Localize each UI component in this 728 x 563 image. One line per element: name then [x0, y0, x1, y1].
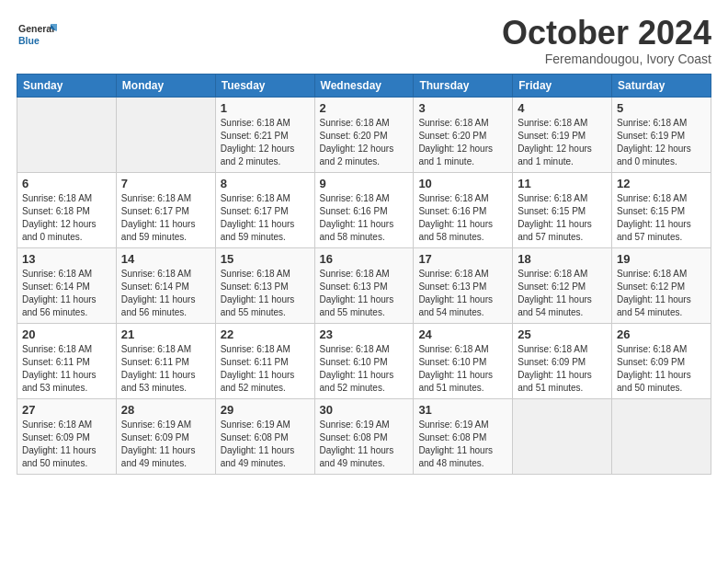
calendar-cell-1-5: 11Sunrise: 6:18 AMSunset: 6:15 PMDayligh…	[513, 172, 612, 247]
day-number: 14	[121, 252, 210, 266]
day-number: 19	[617, 252, 706, 266]
day-number: 8	[221, 177, 310, 190]
col-thursday: Thursday	[414, 74, 513, 97]
month-title: October 2024	[502, 15, 711, 52]
calendar-cell-0-3: 2Sunrise: 6:18 AMSunset: 6:20 PMDaylight…	[314, 97, 414, 172]
calendar-row-1: 6Sunrise: 6:18 AMSunset: 6:18 PMDaylight…	[17, 172, 711, 247]
calendar-row-4: 27Sunrise: 6:18 AMSunset: 6:09 PMDayligh…	[17, 398, 711, 474]
day-number: 17	[418, 252, 507, 266]
calendar-cell-4-2: 29Sunrise: 6:19 AMSunset: 6:08 PMDayligh…	[215, 398, 314, 474]
day-number: 23	[320, 327, 409, 341]
day-number: 5	[617, 101, 706, 115]
calendar-cell-3-1: 21Sunrise: 6:18 AMSunset: 6:11 PMDayligh…	[116, 323, 215, 398]
day-info: Sunrise: 6:18 AMSunset: 6:13 PMDaylight:…	[221, 268, 310, 319]
day-info: Sunrise: 6:18 AMSunset: 6:12 PMDaylight:…	[518, 268, 607, 319]
day-number: 25	[518, 327, 607, 341]
day-number: 18	[518, 252, 607, 266]
day-info: Sunrise: 6:18 AMSunset: 6:14 PMDaylight:…	[121, 268, 210, 319]
day-number: 3	[418, 101, 507, 115]
calendar-cell-0-1	[116, 97, 215, 172]
day-number: 11	[518, 177, 607, 190]
calendar-row-0: 1Sunrise: 6:18 AMSunset: 6:21 PMDaylight…	[17, 97, 711, 172]
svg-text:Blue: Blue	[18, 35, 40, 46]
subtitle: Feremandougou, Ivory Coast	[502, 52, 711, 66]
title-section: October 2024 Feremandougou, Ivory Coast	[502, 15, 711, 66]
day-number: 9	[320, 177, 409, 190]
day-number: 4	[518, 101, 607, 115]
calendar-cell-1-4: 10Sunrise: 6:18 AMSunset: 6:16 PMDayligh…	[414, 172, 513, 247]
calendar-cell-0-0	[17, 97, 117, 172]
calendar-cell-2-0: 13Sunrise: 6:18 AMSunset: 6:14 PMDayligh…	[17, 247, 117, 323]
day-info: Sunrise: 6:18 AMSunset: 6:12 PMDaylight:…	[617, 268, 706, 319]
day-info: Sunrise: 6:18 AMSunset: 6:15 PMDaylight:…	[617, 192, 706, 244]
day-info: Sunrise: 6:18 AMSunset: 6:16 PMDaylight:…	[418, 192, 507, 244]
day-info: Sunrise: 6:18 AMSunset: 6:19 PMDaylight:…	[518, 117, 607, 168]
day-info: Sunrise: 6:19 AMSunset: 6:08 PMDaylight:…	[418, 419, 507, 470]
day-info: Sunrise: 6:18 AMSunset: 6:15 PMDaylight:…	[518, 192, 607, 244]
calendar-cell-2-3: 16Sunrise: 6:18 AMSunset: 6:13 PMDayligh…	[314, 247, 414, 323]
day-number: 13	[22, 252, 111, 266]
calendar-cell-0-5: 4Sunrise: 6:18 AMSunset: 6:19 PMDaylight…	[513, 97, 612, 172]
day-number: 22	[221, 327, 310, 341]
calendar-header-row: Sunday Monday Tuesday Wednesday Thursday…	[17, 74, 711, 97]
col-sunday: Sunday	[17, 74, 117, 97]
calendar-cell-0-2: 1Sunrise: 6:18 AMSunset: 6:21 PMDaylight…	[215, 97, 314, 172]
calendar-cell-2-6: 19Sunrise: 6:18 AMSunset: 6:12 PMDayligh…	[612, 247, 711, 323]
calendar-row-3: 20Sunrise: 6:18 AMSunset: 6:11 PMDayligh…	[17, 323, 711, 398]
day-info: Sunrise: 6:18 AMSunset: 6:10 PMDaylight:…	[418, 343, 507, 395]
day-info: Sunrise: 6:18 AMSunset: 6:10 PMDaylight:…	[320, 343, 409, 395]
calendar-cell-0-6: 5Sunrise: 6:18 AMSunset: 6:19 PMDaylight…	[612, 97, 711, 172]
day-info: Sunrise: 6:18 AMSunset: 6:13 PMDaylight:…	[418, 268, 507, 319]
calendar-cell-1-0: 6Sunrise: 6:18 AMSunset: 6:18 PMDaylight…	[17, 172, 117, 247]
calendar-cell-2-1: 14Sunrise: 6:18 AMSunset: 6:14 PMDayligh…	[116, 247, 215, 323]
calendar-cell-2-5: 18Sunrise: 6:18 AMSunset: 6:12 PMDayligh…	[513, 247, 612, 323]
calendar-cell-4-5	[513, 398, 612, 474]
calendar-cell-3-4: 24Sunrise: 6:18 AMSunset: 6:10 PMDayligh…	[414, 323, 513, 398]
calendar-cell-0-4: 3Sunrise: 6:18 AMSunset: 6:20 PMDaylight…	[414, 97, 513, 172]
calendar-cell-3-3: 23Sunrise: 6:18 AMSunset: 6:10 PMDayligh…	[314, 323, 414, 398]
day-info: Sunrise: 6:18 AMSunset: 6:09 PMDaylight:…	[22, 419, 111, 470]
day-number: 1	[221, 101, 310, 115]
day-number: 20	[22, 327, 111, 341]
day-info: Sunrise: 6:18 AMSunset: 6:18 PMDaylight:…	[22, 192, 111, 244]
logo: General Blue	[17, 18, 57, 52]
calendar-cell-1-6: 12Sunrise: 6:18 AMSunset: 6:15 PMDayligh…	[612, 172, 711, 247]
day-number: 10	[418, 177, 507, 190]
day-info: Sunrise: 6:18 AMSunset: 6:20 PMDaylight:…	[418, 117, 507, 168]
col-tuesday: Tuesday	[215, 74, 314, 97]
calendar-cell-1-3: 9Sunrise: 6:18 AMSunset: 6:16 PMDaylight…	[314, 172, 414, 247]
calendar-cell-3-2: 22Sunrise: 6:18 AMSunset: 6:11 PMDayligh…	[215, 323, 314, 398]
day-info: Sunrise: 6:18 AMSunset: 6:16 PMDaylight:…	[320, 192, 409, 244]
col-wednesday: Wednesday	[314, 74, 414, 97]
calendar: Sunday Monday Tuesday Wednesday Thursday…	[17, 74, 711, 475]
day-number: 28	[121, 403, 210, 417]
day-info: Sunrise: 6:18 AMSunset: 6:13 PMDaylight:…	[320, 268, 409, 319]
logo-svg: General Blue	[17, 18, 57, 52]
day-info: Sunrise: 6:18 AMSunset: 6:19 PMDaylight:…	[617, 117, 706, 168]
calendar-cell-4-1: 28Sunrise: 6:19 AMSunset: 6:09 PMDayligh…	[116, 398, 215, 474]
calendar-cell-4-3: 30Sunrise: 6:19 AMSunset: 6:08 PMDayligh…	[314, 398, 414, 474]
svg-text:General: General	[18, 23, 54, 34]
day-info: Sunrise: 6:18 AMSunset: 6:09 PMDaylight:…	[518, 343, 607, 395]
calendar-cell-3-6: 26Sunrise: 6:18 AMSunset: 6:09 PMDayligh…	[612, 323, 711, 398]
calendar-cell-4-4: 31Sunrise: 6:19 AMSunset: 6:08 PMDayligh…	[414, 398, 513, 474]
calendar-cell-2-4: 17Sunrise: 6:18 AMSunset: 6:13 PMDayligh…	[414, 247, 513, 323]
page: General Blue October 2024 Feremandougou,…	[0, 0, 728, 563]
day-info: Sunrise: 6:18 AMSunset: 6:09 PMDaylight:…	[617, 343, 706, 395]
day-info: Sunrise: 6:18 AMSunset: 6:11 PMDaylight:…	[22, 343, 111, 395]
col-friday: Friday	[513, 74, 612, 97]
day-info: Sunrise: 6:19 AMSunset: 6:09 PMDaylight:…	[121, 419, 210, 470]
day-number: 2	[320, 101, 409, 115]
calendar-row-2: 13Sunrise: 6:18 AMSunset: 6:14 PMDayligh…	[17, 247, 711, 323]
calendar-cell-2-2: 15Sunrise: 6:18 AMSunset: 6:13 PMDayligh…	[215, 247, 314, 323]
day-number: 7	[121, 177, 210, 190]
header: General Blue October 2024 Feremandougou,…	[17, 15, 711, 66]
calendar-cell-3-5: 25Sunrise: 6:18 AMSunset: 6:09 PMDayligh…	[513, 323, 612, 398]
day-number: 12	[617, 177, 706, 190]
day-number: 15	[221, 252, 310, 266]
day-info: Sunrise: 6:18 AMSunset: 6:17 PMDaylight:…	[221, 192, 310, 244]
day-number: 21	[121, 327, 210, 341]
day-info: Sunrise: 6:18 AMSunset: 6:21 PMDaylight:…	[221, 117, 310, 168]
day-number: 16	[320, 252, 409, 266]
calendar-cell-1-2: 8Sunrise: 6:18 AMSunset: 6:17 PMDaylight…	[215, 172, 314, 247]
